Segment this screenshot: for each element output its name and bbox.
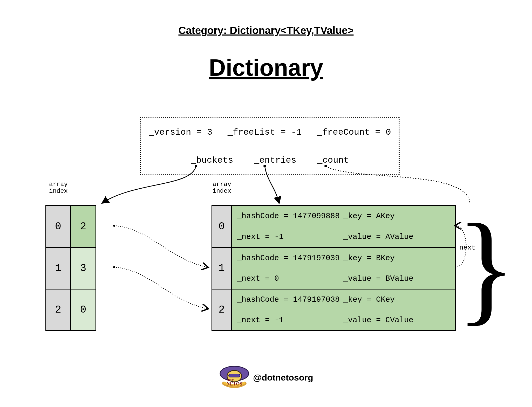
- table-row: 2 0: [46, 289, 96, 330]
- table-row: 2 _hashCode = 1479197038 _key = CKey _ne…: [212, 289, 455, 330]
- bucket-index-cell: 0: [46, 206, 71, 247]
- footer: NETOS DOT @dotnetosorg: [0, 363, 532, 393]
- entry-value: _value = AValue: [343, 232, 450, 241]
- svg-point-3: [113, 225, 115, 227]
- field-version: _version = 3: [149, 127, 212, 137]
- svg-rect-7: [229, 374, 240, 377]
- bucket-index-cell: 1: [46, 247, 71, 289]
- bucket-index-cell: 2: [46, 289, 71, 330]
- entry-next: _next = -1: [237, 232, 343, 241]
- bucket-value-cell: 3: [71, 247, 96, 289]
- buckets-table: 0 2 1 3 2 0: [45, 205, 96, 331]
- entries-table: 0 _hashCode = 1477099888 _key = AKey _ne…: [212, 205, 456, 331]
- entry-value: _value = CValue: [343, 316, 450, 325]
- field-buckets: _buckets: [191, 155, 233, 165]
- entry-next: _next = -1: [237, 316, 343, 325]
- entry-index-cell: 1: [212, 247, 232, 289]
- field-freelist: _freeList = -1: [228, 127, 302, 137]
- entry-body: _hashCode = 1477099888 _key = AKey _next…: [232, 206, 455, 247]
- entry-value: _value = BValue: [343, 274, 450, 283]
- table-row: 0 2: [46, 206, 96, 247]
- svg-text:DOT: DOT: [227, 378, 234, 382]
- entry-body: _hashCode = 1479197039 _key = BKey _next…: [232, 247, 455, 289]
- entry-index-cell: 0: [212, 206, 232, 247]
- struct-field-row-top: _version = 3 _freeList = -1 _freeCount =…: [141, 118, 399, 146]
- page-title: Dictionary: [0, 54, 532, 81]
- entry-hashcode: _hashCode = 1479197038: [237, 295, 343, 304]
- table-row: 1 3: [46, 247, 96, 289]
- table-row: 1 _hashCode = 1479197039 _key = BKey _ne…: [212, 247, 455, 289]
- entry-index-cell: 2: [212, 289, 232, 330]
- entry-key: _key = AKey: [343, 212, 450, 220]
- struct-field-row-bottom: _buckets _entries _count: [141, 146, 399, 174]
- dictionary-struct-box: _version = 3 _freeList = -1 _freeCount =…: [140, 117, 400, 175]
- field-entries: _entries: [254, 155, 296, 165]
- brace-icon: ⏟: [205, 198, 233, 204]
- bucket-value-cell: 0: [71, 289, 96, 330]
- field-freecount: _freeCount = 0: [317, 127, 391, 137]
- svg-point-4: [113, 266, 115, 268]
- category-heading: Category: Dictionary<TKey,TValue>: [0, 25, 532, 36]
- next-label: next: [459, 244, 475, 252]
- table-row: 0 _hashCode = 1477099888 _key = AKey _ne…: [212, 206, 455, 247]
- dotnetos-logo-icon: NETOS DOT: [219, 363, 250, 392]
- bucket-value-cell: 2: [71, 206, 96, 247]
- entry-key: _key = CKey: [343, 295, 450, 304]
- twitter-handle: @dotnetosorg: [253, 372, 313, 383]
- entry-body: _hashCode = 1479197038 _key = CKey _next…: [232, 289, 455, 330]
- count-brace-icon: }: [456, 205, 472, 329]
- entry-hashcode: _hashCode = 1479197039: [237, 254, 343, 263]
- entry-key: _key = BKey: [343, 254, 450, 263]
- entry-next: _next = 0: [237, 274, 343, 283]
- entry-hashcode: _hashCode = 1477099888: [237, 212, 343, 220]
- field-count: _count: [317, 155, 349, 165]
- svg-text:NETOS: NETOS: [227, 381, 242, 387]
- brace-icon: ⏟: [42, 198, 75, 204]
